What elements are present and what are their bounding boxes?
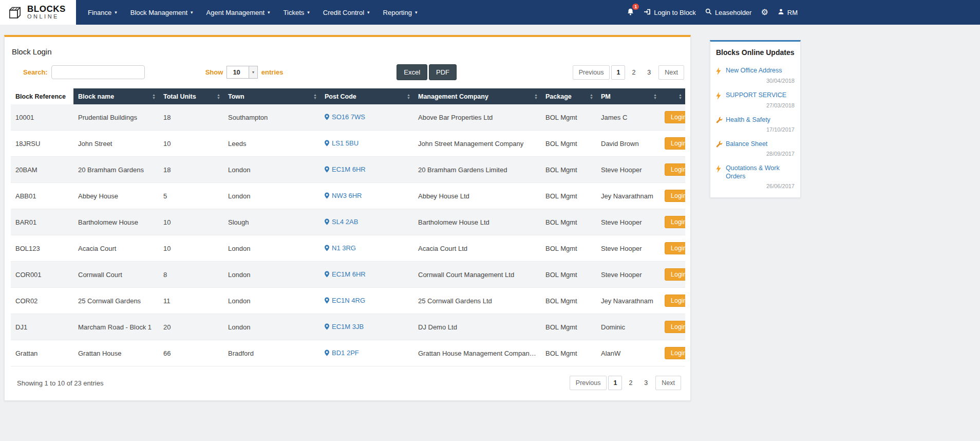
post-code-link[interactable]: BD1 2PF: [332, 349, 359, 357]
previous-page-button[interactable]: Previous: [573, 65, 610, 80]
user-icon: [778, 8, 784, 16]
navbar-right-tools: 1 Login to Block Lease: [627, 0, 804, 25]
cell-pm: Steve Hooper: [596, 209, 660, 235]
map-pin-icon: [325, 271, 329, 279]
login-button[interactable]: Login: [665, 137, 685, 150]
cell-town: Leeds: [223, 131, 320, 157]
login-button[interactable]: Login: [665, 295, 685, 307]
column-header-block-name[interactable]: Block name▲▼: [73, 88, 159, 104]
login-button[interactable]: Login: [665, 111, 685, 123]
table-row: 20BAM 20 Bramham Gardens 18 London EC1M …: [11, 157, 685, 183]
post-code-link[interactable]: EC1M 6HR: [332, 270, 366, 278]
cell-town: Southampton: [223, 104, 320, 131]
nav-menu-item[interactable]: Tickets ▾: [277, 0, 316, 25]
login-button[interactable]: Login: [665, 216, 685, 228]
notifications-bell-icon[interactable]: 1: [627, 8, 634, 17]
nav-menu-item-label: Reporting: [383, 9, 412, 16]
export-pdf-button[interactable]: PDF: [429, 64, 457, 80]
table-row: ABB01 Abbey House 5 London NW3 6HR Abbey…: [11, 183, 685, 209]
cell-package: BOL Mgmt: [541, 314, 596, 340]
login-button[interactable]: Login: [665, 268, 685, 281]
cell-block-reference: 18JRSU: [11, 131, 73, 157]
cell-pm: David Brown: [596, 131, 660, 157]
chevron-down-icon: ▾: [415, 10, 418, 15]
column-header-total-units[interactable]: Total Units▲▼: [159, 88, 223, 104]
nav-menu-item[interactable]: Finance ▾: [81, 0, 124, 25]
nav-menu-item-label: Credit Control: [323, 9, 364, 16]
cell-block-name: Grattan House: [73, 340, 159, 366]
map-pin-icon: [325, 297, 329, 305]
cell-block-name: Bartholomew House: [73, 209, 159, 235]
post-code-link[interactable]: SO16 7WS: [332, 113, 365, 121]
brand-logo[interactable]: BLOCKS ONLINE: [0, 0, 76, 25]
nav-menu-item-label: Block Management: [130, 9, 187, 16]
post-code-link[interactable]: EC1M 6HR: [332, 166, 366, 173]
table-row: 10001 Prudential Buildings 18 Southampto…: [11, 104, 685, 131]
post-code-link[interactable]: NW3 6HR: [332, 192, 362, 199]
update-link[interactable]: Health & Safety: [726, 116, 770, 124]
nav-menu-item[interactable]: Credit Control ▾: [316, 0, 376, 25]
column-header-package[interactable]: Package▲▼: [541, 88, 596, 104]
cell-post-code: NW3 6HR: [320, 183, 413, 209]
leaseholder-search-button[interactable]: Leaseholder: [705, 8, 752, 16]
update-link[interactable]: Quotations & Work Orders: [726, 164, 795, 180]
page-number-button[interactable]: 2: [627, 65, 640, 80]
post-code-link[interactable]: SL4 2AB: [332, 218, 358, 226]
table-row: DJ1 Marcham Road - Block 1 20 London EC1…: [11, 314, 685, 340]
cell-package: BOL Mgmt: [541, 104, 596, 131]
table-row: COR02 25 Cornwall Gardens 11 London EC1N…: [11, 288, 685, 314]
cell-block-name: Acacia Court: [73, 235, 159, 262]
page-number-button[interactable]: 1: [611, 65, 625, 80]
map-pin-icon: [325, 245, 329, 253]
column-header-pm[interactable]: PM▲▼: [596, 88, 660, 104]
cell-management-company: DJ Demo Ltd: [413, 314, 541, 340]
login-button[interactable]: Login: [665, 321, 685, 333]
table-row: COR001 Cornwall Court 8 London EC1M 6HR …: [11, 262, 685, 288]
post-code-link[interactable]: N1 3RG: [332, 244, 356, 252]
search-input[interactable]: [51, 65, 145, 79]
page-length-select[interactable]: 10 ▼: [227, 66, 257, 79]
column-header-post-code[interactable]: Post Code▲▼: [320, 88, 413, 104]
column-header-login[interactable]: ▲▼: [660, 88, 685, 104]
user-menu[interactable]: RM: [778, 8, 798, 16]
sort-icon: ▲▼: [653, 94, 657, 100]
login-button[interactable]: Login: [665, 190, 685, 202]
update-link[interactable]: SUPPORT SERVICE: [726, 91, 786, 99]
login-to-block-button[interactable]: Login to Block: [644, 8, 696, 17]
post-code-link[interactable]: EC1M 3JB: [332, 323, 364, 330]
column-header-label: Post Code: [325, 93, 356, 100]
nav-menu-item[interactable]: Block Management ▾: [124, 0, 200, 25]
page-number-button[interactable]: 1: [608, 376, 622, 390]
post-code-link[interactable]: EC1N 4RG: [332, 297, 365, 304]
login-button[interactable]: Login: [665, 347, 685, 359]
cell-pm: Steve Hooper: [596, 262, 660, 288]
login-button[interactable]: Login: [665, 163, 685, 176]
next-page-button[interactable]: Next: [658, 65, 684, 80]
post-code-link[interactable]: LS1 5BU: [332, 139, 359, 147]
cell-total-units: 5: [159, 183, 223, 209]
cell-login: Login: [660, 131, 685, 157]
previous-page-button[interactable]: Previous: [570, 376, 607, 390]
next-page-button[interactable]: Next: [655, 376, 681, 390]
page-number-button[interactable]: 2: [624, 376, 637, 390]
page-number-button[interactable]: 3: [639, 376, 653, 390]
nav-menu-item[interactable]: Reporting ▾: [376, 0, 424, 25]
nav-menu-item-label: Tickets: [284, 9, 305, 16]
cell-block-reference: BAR01: [11, 209, 73, 235]
table-row: BOL123 Acacia Court 10 London N1 3RG Aca…: [11, 235, 685, 262]
map-pin-icon: [325, 114, 329, 122]
nav-menu: Finance ▾ Block Management ▾ Agent Manag…: [81, 0, 424, 25]
cell-login: Login: [660, 340, 685, 366]
nav-menu-item[interactable]: Agent Management ▾: [200, 0, 277, 25]
cell-post-code: EC1M 3JB: [320, 314, 413, 340]
column-header-town[interactable]: Town▲▼: [223, 88, 320, 104]
login-button[interactable]: Login: [665, 242, 685, 254]
export-excel-button[interactable]: Excel: [397, 64, 427, 80]
update-link[interactable]: New Office Address: [726, 66, 782, 75]
update-link[interactable]: Balance Sheet: [726, 140, 767, 148]
page-number-button[interactable]: 3: [642, 65, 656, 80]
column-header-management-company[interactable]: Management Company▲▼: [413, 88, 541, 104]
update-date: 26/06/2017: [716, 183, 795, 189]
update-item: Health & Safety 17/10/2017: [710, 112, 800, 136]
settings-gear-icon[interactable]: ⚙: [761, 8, 768, 16]
